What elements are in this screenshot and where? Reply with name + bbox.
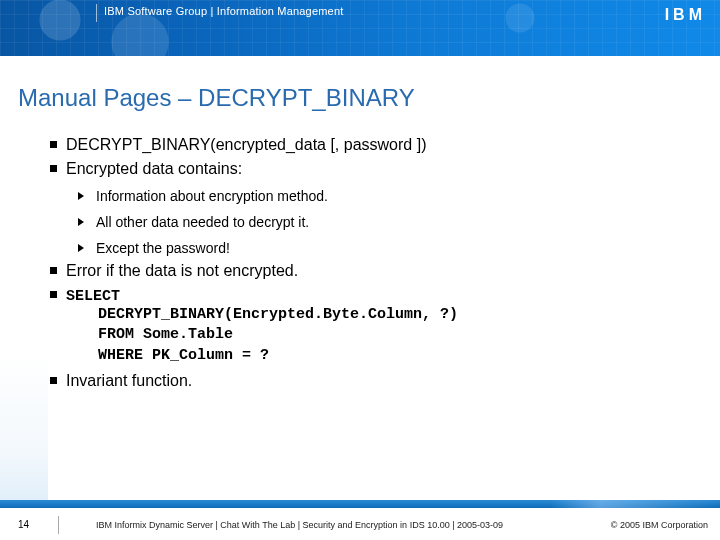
- page-title: Manual Pages – DECRYPT_BINARY: [18, 84, 702, 112]
- header-bar: IBM Software Group | Information Managem…: [0, 0, 720, 56]
- bullet-contains: Encrypted data contains:: [50, 160, 702, 178]
- code-line-3: WHERE PK_Column = ?: [98, 346, 702, 366]
- footer: 14 IBM Informix Dynamic Server | Chat Wi…: [0, 500, 720, 540]
- subbullet-otherdata: All other data needed to decrypt it.: [62, 214, 702, 230]
- subbullet-except: Except the password!: [62, 240, 702, 256]
- footer-divider: [58, 516, 59, 534]
- code-line-1: DECRYPT_BINARY(Encrypted.Byte.Column, ?): [98, 305, 702, 325]
- bullet-error: Error if the data is not encrypted.: [50, 262, 702, 280]
- footer-accent-bar: [0, 500, 720, 508]
- code-line-2: FROM Some.Table: [98, 325, 702, 345]
- slide: IBM Software Group | Information Managem…: [0, 0, 720, 540]
- ibm-logo-icon: IBM: [665, 6, 706, 24]
- content-area: DECRYPT_BINARY(encrypted_data [, passwor…: [0, 122, 720, 390]
- decorative-gradient: [0, 350, 48, 500]
- header-divider: [96, 4, 97, 22]
- footer-copyright: © 2005 IBM Corporation: [611, 520, 708, 530]
- header-breadcrumb: IBM Software Group | Information Managem…: [104, 5, 344, 17]
- bullet-select: SELECT: [50, 286, 702, 305]
- footer-text: IBM Informix Dynamic Server | Chat With …: [96, 520, 503, 530]
- subbullet-method: Information about encryption method.: [62, 188, 702, 204]
- code-select-head: SELECT: [66, 288, 120, 305]
- bullet-signature: DECRYPT_BINARY(encrypted_data [, passwor…: [50, 136, 702, 154]
- bullet-invariant: Invariant function.: [50, 372, 702, 390]
- page-number: 14: [18, 519, 29, 530]
- title-area: Manual Pages – DECRYPT_BINARY: [0, 56, 720, 122]
